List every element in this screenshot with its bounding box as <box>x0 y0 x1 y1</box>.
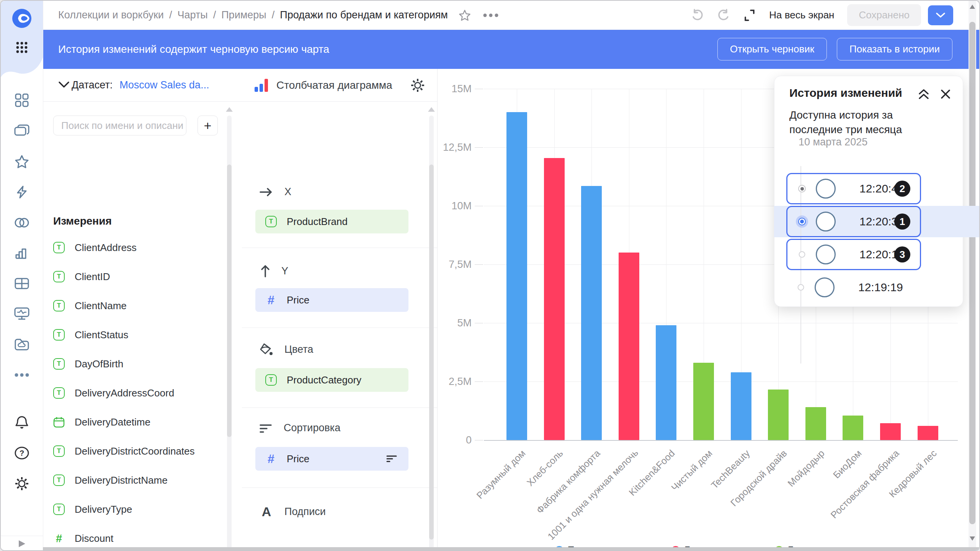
field-name: DeliveryDatetime <box>75 416 150 428</box>
sort-direction-icon[interactable] <box>386 455 397 463</box>
dataset-scrollbar[interactable] <box>227 116 232 551</box>
field-item[interactable]: TClientName <box>53 294 127 317</box>
chart-type-label[interactable]: Столбчатая диаграмма <box>276 79 392 91</box>
help-icon[interactable]: ? <box>15 447 29 460</box>
field-item[interactable]: DeliveryDatetime <box>53 411 150 434</box>
bar[interactable] <box>656 325 676 440</box>
history-item[interactable]: 12:20:143 <box>786 239 921 270</box>
gear-icon[interactable] <box>15 476 29 491</box>
bar[interactable] <box>805 407 826 440</box>
field-name: ClientName <box>75 300 127 312</box>
bar[interactable] <box>693 363 714 440</box>
chart-config-panel: Столбчатая диаграмма <box>242 69 438 551</box>
undo-icon[interactable] <box>691 9 704 22</box>
field-item[interactable]: TDeliveryAddressCoord <box>53 381 174 404</box>
x-field-chip[interactable]: T ProductBrand <box>255 210 408 233</box>
favorite-star-icon[interactable] <box>459 9 471 21</box>
number-type-icon: # <box>265 293 277 307</box>
history-item[interactable]: 12:20:452 <box>786 173 921 204</box>
avatar <box>816 179 836 199</box>
more-icon[interactable] <box>14 373 29 377</box>
history-item[interactable]: 12:19:19 <box>786 272 921 303</box>
save-dropdown-button[interactable] <box>928 5 953 25</box>
radio-empty[interactable] <box>799 251 805 258</box>
dataset-name-link[interactable]: Moscow Sales da... <box>119 79 209 91</box>
breadcrumb-charts[interactable]: Чарты <box>177 9 207 21</box>
field-item[interactable]: TClientID <box>53 265 110 288</box>
star-icon[interactable] <box>15 155 29 168</box>
page-vertical-scrollbar[interactable] <box>969 1 976 551</box>
breadcrumb-collections[interactable]: Коллекции и воркбуки <box>58 9 164 21</box>
bar[interactable] <box>544 158 565 440</box>
open-draft-button[interactable]: Открыть черновик <box>717 38 827 60</box>
colors-field-chip[interactable]: T ProductCategory <box>255 368 408 392</box>
history-item[interactable]: 12:20:321 <box>786 206 921 237</box>
scrollbar-thumb[interactable] <box>969 22 975 524</box>
x-section-header: X <box>259 186 291 198</box>
sort-field-chip[interactable]: # Price <box>255 447 408 471</box>
show-in-history-button[interactable]: Показать в истории <box>837 38 952 60</box>
bar[interactable] <box>918 426 938 440</box>
close-icon[interactable] <box>940 89 951 99</box>
folder-cloud-icon[interactable] <box>15 338 29 350</box>
text-type-icon: T <box>53 329 65 341</box>
search-input[interactable] <box>53 116 186 135</box>
text-type-icon: T <box>53 271 65 282</box>
history-panel: История изменений Доступна история за по… <box>774 76 962 306</box>
scroll-up-arrow[interactable] <box>428 107 435 112</box>
fullscreen-icon[interactable] <box>743 9 756 22</box>
chart-settings-gear-icon[interactable] <box>410 78 425 93</box>
field-item[interactable]: TClientAddress <box>53 236 137 259</box>
table-icon[interactable] <box>15 278 29 289</box>
datalens-logo-icon[interactable] <box>12 8 32 28</box>
breadcrumb-examples[interactable]: Примеры <box>221 9 266 21</box>
monitor-pulse-icon[interactable] <box>14 307 29 320</box>
page-horizontal-scrollbar[interactable] <box>43 547 980 551</box>
field-item[interactable]: TDeliveryDistrictName <box>53 469 168 492</box>
radio-empty[interactable] <box>798 284 804 291</box>
expand-play-icon[interactable] <box>17 539 26 548</box>
bell-icon[interactable] <box>15 415 29 430</box>
history-subtitle: Доступна история за последние три месяца <box>789 108 942 137</box>
overlap-circles-icon[interactable] <box>14 217 30 228</box>
field-item[interactable]: TDayOfBirth <box>53 352 123 375</box>
y-field-chip[interactable]: # Price <box>255 288 408 312</box>
radio-dot[interactable] <box>798 185 806 192</box>
saved-button[interactable]: Сохранено <box>847 4 921 26</box>
bar[interactable] <box>880 423 901 440</box>
bar[interactable] <box>581 186 602 440</box>
field-item[interactable]: TDeliveryDistrictCoordinates <box>53 440 195 463</box>
bar[interactable] <box>843 416 863 440</box>
bar[interactable] <box>506 112 527 440</box>
bar[interactable] <box>619 253 639 440</box>
arrow-up-icon <box>261 264 270 278</box>
dashboard-grid-icon[interactable] <box>15 93 29 107</box>
field-item[interactable]: #Discount <box>53 527 113 550</box>
y-axis-tick <box>475 147 483 148</box>
breadcrumb-separator: / <box>213 9 216 21</box>
collapse-panel-icon[interactable] <box>917 88 930 100</box>
bar[interactable] <box>768 390 789 440</box>
draft-banner: История изменений содержит черновую верс… <box>43 29 980 69</box>
bolt-icon[interactable] <box>15 185 29 199</box>
text-type-icon: T <box>53 387 65 399</box>
x-field-name: ProductBrand <box>287 216 348 228</box>
radio-selected[interactable] <box>796 215 808 228</box>
scrollbar-up-arrow[interactable] <box>970 5 975 9</box>
config-scrollbar[interactable] <box>429 116 434 551</box>
bar-chart-icon[interactable] <box>15 247 29 259</box>
redo-icon[interactable] <box>717 9 730 22</box>
colors-section-label: Цвета <box>284 344 313 355</box>
scroll-up-arrow[interactable] <box>226 107 233 112</box>
add-field-button[interactable]: + <box>198 116 218 135</box>
version-badge: 1 <box>894 214 910 230</box>
bar[interactable] <box>731 372 751 440</box>
field-item[interactable]: TDeliveryType <box>53 498 132 521</box>
field-item[interactable]: TClientStatus <box>53 323 128 346</box>
fullscreen-label[interactable]: На весь экран <box>769 9 834 21</box>
collapse-chevron-icon[interactable] <box>58 81 70 89</box>
scrollbar-down-arrow[interactable] <box>970 536 975 541</box>
apps-grid-icon[interactable] <box>15 41 28 54</box>
folders-icon[interactable] <box>14 124 29 137</box>
more-actions-icon[interactable] <box>482 13 499 17</box>
